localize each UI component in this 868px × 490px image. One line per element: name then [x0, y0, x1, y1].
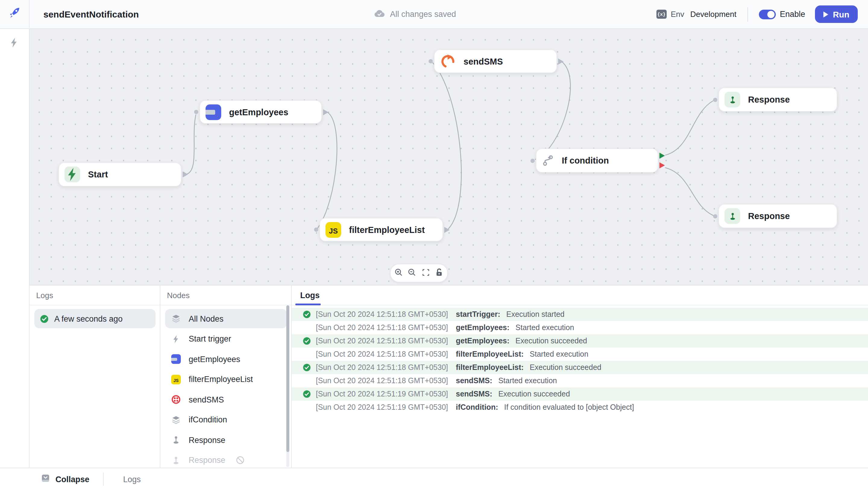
trigger-nav-bolt-icon[interactable]	[8, 37, 20, 51]
output-port-arrow-icon[interactable]	[558, 58, 564, 64]
nodes-list-item-label: Start trigger	[189, 334, 231, 343]
false-branch-arrow-icon[interactable]	[659, 162, 665, 168]
nodes-list-item-ifcondition[interactable]: ifCondition	[165, 410, 287, 429]
nodes-list-item-response[interactable]: Response	[165, 430, 287, 450]
nodes-list-item-filteremployeelist[interactable]: JSfilterEmployeeList	[165, 370, 287, 389]
environment-selector[interactable]: {x} Env Development	[656, 10, 736, 19]
bottom-panel: Logs A few seconds ago Nodes All NodesSt…	[30, 285, 868, 468]
workflow-title: sendEventNotification	[43, 0, 139, 28]
nodes-list-item-getemployees[interactable]: getEmployees	[165, 349, 287, 369]
run-status-check-icon	[40, 314, 49, 323]
zoom-out-icon	[408, 268, 417, 279]
log-timestamp: [Sun Oct 20 2024 12:51:18 GMT+0530]	[316, 377, 448, 385]
canvas-toolbar	[390, 264, 448, 282]
js-tile-icon: JS	[171, 374, 181, 384]
logs-column: Logs [Sun Oct 20 2024 12:51:18 GMT+0530]…	[292, 285, 868, 468]
enable-toggle[interactable]	[758, 9, 775, 19]
bottom-bar-logs[interactable]: Logs	[123, 474, 141, 484]
lock-button[interactable]	[434, 268, 444, 279]
log-message: Execution succeeded	[530, 363, 601, 372]
workflow-canvas[interactable]: StartgetEmployeessendSMSJSfilterEmployee…	[30, 28, 868, 285]
tab-logs[interactable]: Logs	[300, 285, 320, 305]
edge-start-to-getEmployees	[187, 115, 196, 174]
nodes-scrollbar[interactable]	[286, 305, 289, 467]
log-source: startTrigger:	[456, 310, 500, 319]
nodes-column-header: Nodes	[160, 285, 291, 305]
collapse-label: Collapse	[56, 474, 90, 484]
log-source: getEmployees:	[456, 337, 510, 345]
nodes-list-item-label: Response	[189, 435, 225, 444]
cloud-check-icon	[374, 9, 385, 20]
node-label: Response	[748, 95, 790, 105]
ifCondition-icon	[542, 154, 554, 167]
node-label: If condition	[562, 156, 609, 165]
nodes-list-item-sendsms[interactable]: sendSMS	[165, 390, 287, 409]
log-source: sendSMS:	[456, 390, 493, 398]
nodes-column: Nodes All NodesStart triggergetEmployees…	[160, 285, 292, 468]
top-bar: sendEventNotification All changes saved …	[0, 0, 868, 29]
nodes-list-item-label: All Nodes	[189, 314, 224, 323]
zoom-in-icon	[394, 268, 403, 279]
run-list-item[interactable]: A few seconds ago	[34, 309, 156, 328]
nodes-list-item-label: getEmployees	[189, 354, 240, 364]
output-port-arrow-icon[interactable]	[183, 171, 188, 177]
layers-icon	[171, 314, 181, 323]
log-message: Started execution	[498, 377, 557, 385]
collapse-button[interactable]: Collapse	[41, 473, 90, 485]
log-check-spacer	[303, 403, 311, 411]
play-icon	[824, 11, 828, 17]
log-row: [Sun Oct 20 2024 12:51:18 GMT+0530]getEm…	[292, 321, 868, 334]
run-button[interactable]: Run	[815, 5, 858, 23]
canvas-node-sendSMS[interactable]: sendSMS	[434, 50, 557, 73]
nodes-list-item-label: ifCondition	[189, 415, 227, 424]
slash-circle-icon	[236, 456, 245, 465]
log-success-check-icon	[303, 310, 311, 319]
log-source: ifCondition:	[456, 403, 498, 411]
canvas-node-getEmployees[interactable]: getEmployees	[199, 100, 322, 124]
input-port-dot[interactable]	[530, 158, 535, 163]
save-status: All changes saved	[374, 0, 456, 28]
true-branch-arrow-icon[interactable]	[659, 153, 665, 159]
nodes-list-item-response[interactable]: Response	[165, 451, 287, 470]
node-label: Response	[748, 211, 790, 221]
nodes-list-item-label: Response	[189, 456, 225, 465]
input-port-dot[interactable]	[713, 97, 717, 102]
canvas-node-filterEmployeeList[interactable]: JSfilterEmployeeList	[319, 218, 443, 241]
zoom-out-button[interactable]	[407, 268, 418, 279]
logs-tabbar: Logs	[292, 285, 868, 305]
output-port-arrow-icon[interactable]	[323, 109, 329, 115]
pin-gray-icon	[171, 435, 181, 445]
edge-ifCondition-to-response2	[665, 168, 713, 215]
output-port-arrow-icon[interactable]	[444, 227, 450, 233]
log-row: [Sun Oct 20 2024 12:51:18 GMT+0530]getEm…	[292, 334, 868, 348]
canvas-node-start[interactable]: Start	[59, 162, 181, 186]
header-divider	[747, 7, 748, 22]
log-row: [Sun Oct 20 2024 12:51:18 GMT+0530]start…	[292, 308, 868, 321]
layers-icon	[171, 415, 181, 425]
log-row: [Sun Oct 20 2024 12:51:19 GMT+0530]ifCon…	[292, 401, 868, 414]
input-port-dot[interactable]	[429, 59, 433, 63]
env-braces-icon: {x}	[656, 10, 666, 19]
response1-icon	[724, 92, 740, 108]
zoom-in-button[interactable]	[393, 268, 404, 279]
input-port-dot[interactable]	[713, 214, 717, 218]
run-label: A few seconds ago	[54, 314, 123, 323]
canvas-node-ifCondition[interactable]: If condition	[536, 148, 658, 173]
nodes-list-item-start-trigger[interactable]: Start trigger	[165, 329, 287, 348]
log-timestamp: [Sun Oct 20 2024 12:51:18 GMT+0530]	[316, 337, 448, 345]
canvas-node-response2[interactable]: Response	[718, 204, 837, 228]
fit-view-button[interactable]	[420, 268, 431, 279]
log-check-spacer	[303, 350, 311, 358]
nodes-list-item-all-nodes[interactable]: All Nodes	[165, 309, 287, 328]
twilio-icon	[171, 395, 181, 404]
edge-ifCondition-to-response1	[665, 101, 713, 155]
nodes-scrollbar-thumb[interactable]	[286, 305, 289, 452]
log-timestamp: [Sun Oct 20 2024 12:51:18 GMT+0530]	[316, 323, 448, 332]
log-success-check-icon	[303, 363, 311, 372]
canvas-node-response1[interactable]: Response	[718, 87, 837, 112]
left-rail	[0, 28, 30, 468]
app-logo[interactable]	[0, 0, 30, 28]
input-port-dot[interactable]	[194, 110, 198, 114]
log-success-check-icon	[303, 337, 311, 345]
input-port-dot[interactable]	[314, 228, 318, 232]
